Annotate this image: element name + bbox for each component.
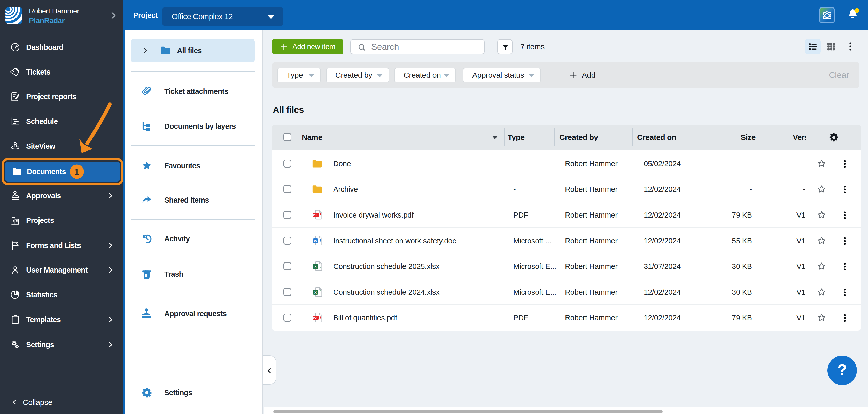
svg-text:X: X [314,290,317,295]
svg-text:PDF: PDF [313,213,318,216]
svg-text:X: X [314,265,317,269]
svg-text:PDF: PDF [313,316,318,319]
svg-text:W: W [314,239,317,243]
